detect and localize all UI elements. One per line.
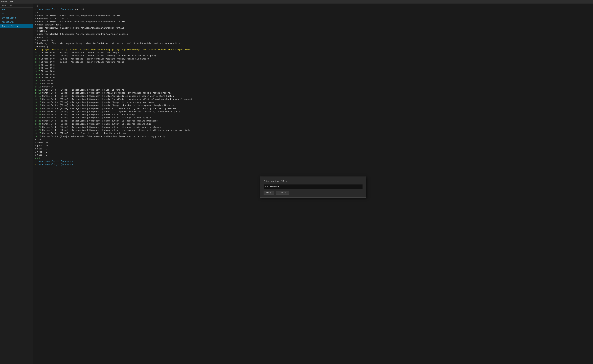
log-line: ok 1 Chrome 84.0 – [320 ms] – Acceptance… xyxy=(35,52,591,55)
sidebar-item-all[interactable]: ALL xyxy=(0,8,33,12)
log-line: ok 2 Chrome 84.0 – [124 ms] – Acceptance… xyxy=(35,54,591,58)
title-bar: ember test xyxy=(0,0,593,3)
sidebar-item-custom-filter[interactable]: Custom Filter xyxy=(0,24,33,28)
log-line: ok 27 Chrome 84.0 – [22 ms] – Unit | Mod… xyxy=(35,132,591,135)
log-line: ok 3 Chrome 84.0 – [60 ms] – Acceptance … xyxy=(35,58,591,61)
log-line: ok 17 Chrome 84.0 – [56 ms] – Integratio… xyxy=(35,101,591,104)
log-line: ok 26 Chrome 84.0 – [56 ms] – Integratio… xyxy=(35,129,591,132)
log-line: # skip 0 xyxy=(35,147,591,151)
log-line: ok 22 Chrome 84.0 – [61 ms] – Integratio… xyxy=(35,116,591,119)
sidebar-header: ember test xyxy=(0,3,33,8)
log-line: ok 14 Chrome 84.0 – [65 ms] – Integratio… xyxy=(35,91,591,95)
log-line: ok 20 Chrome 84.0 – [94 ms] – Integratio… xyxy=(35,110,591,113)
log-line: ok 13 Chrome 84.0 – [64 ms] – Integratio… xyxy=(35,89,591,92)
log-line: ok 23 Chrome 84.0 – [55 ms] – Integratio… xyxy=(35,119,591,123)
dialog-title: Enter custom filter xyxy=(264,180,362,182)
log-line: # fail 0 xyxy=(35,154,591,157)
log-line: ok 12 Chrome 84. xyxy=(35,85,591,89)
log-line: ok 24 Chrome 84.0 – [58 ms] – Integratio… xyxy=(35,123,591,126)
log-line: npm xyxy=(35,11,591,14)
log-line: ok 7 Chrome 84.0 xyxy=(35,70,591,73)
log-line: # todo 0 xyxy=(35,151,591,154)
log-line: → super-rentals git:(master) ✗ xyxy=(35,160,591,163)
log-line: > super-rentals@0.0.0 lint:hbs /Users/ra… xyxy=(35,20,591,24)
log-line: ok 15 Chrome 84.0 – [60 ms] – Integratio… xyxy=(35,95,591,98)
dialog-input-wrap xyxy=(264,184,362,188)
log-line: ok 19 Chrome 84.0 – [71 ms] – Integratio… xyxy=(35,107,591,110)
log-line: ok 25 Chrome 84.0 – [57 ms] – Integratio… xyxy=(35,126,591,129)
log-line: # ok xyxy=(35,157,591,160)
log-line: ok 21 Chrome 84.0 – [57 ms] – Integratio… xyxy=(35,113,591,117)
sidebar-item-acceptance[interactable]: Acceptance xyxy=(0,20,33,24)
log-line: ok 5 Chrome 84.0 xyxy=(35,64,591,67)
dialog-buttons: Okay Cancel xyxy=(264,191,362,195)
log-line: # pass 28 xyxy=(35,144,591,147)
log-line: Built project successfully. Stored in "/… xyxy=(35,48,591,52)
log-line: > super-rentals@0.0.0 test /Users/rajase… xyxy=(35,14,591,17)
log-line: → super-rentals git:(master) ✗ npm test xyxy=(35,8,591,11)
dialog-cancel-button[interactable]: Cancel xyxy=(276,191,289,195)
log-line: ok 16 Chrome 84.0 – [60 ms] – Integratio… xyxy=(35,98,591,101)
log-line: # tests 28 xyxy=(35,141,591,144)
sidebar: ember test ALLUnitIntegrationAcceptanceC… xyxy=(0,3,33,364)
log-line: ok 9 Chrome 84.0 xyxy=(35,76,591,79)
custom-filter-input[interactable] xyxy=(264,184,362,188)
sidebar-item-unit[interactable]: Unit xyxy=(0,12,33,16)
log-header: Log xyxy=(35,5,591,7)
log-line: ok 11 Chrome 84. xyxy=(35,82,591,85)
log-line: > npm-run-all lint:* test:* xyxy=(35,17,591,20)
log-line: Environment: test xyxy=(35,39,591,42)
log-line: ok 4 Chrome 84.0 – [62 ms] – Acceptance … xyxy=(35,61,591,64)
log-line: ' building... The 'this' keyword is equi… xyxy=(35,42,591,45)
log-line: ok 8 Chrome 84.0 xyxy=(35,73,591,76)
log-line: ok 10 Chrome 84. xyxy=(35,79,591,82)
log-line: 1..28 xyxy=(35,138,591,141)
dialog-okay-button[interactable]: Okay xyxy=(264,191,274,195)
log-line: > ember test xyxy=(35,36,591,39)
log-line: ok 18 Chrome 84.0 – [69 ms] – Integratio… xyxy=(35,104,591,107)
custom-filter-dialog: Enter custom filter Okay Cancel xyxy=(260,176,366,198)
log-line: > super-rentals@0.0.0 test:ember /Users/… xyxy=(35,33,591,36)
log-line: > eslint . xyxy=(35,30,591,33)
log-line: > ember-template-lint . xyxy=(35,24,591,27)
sidebar-item-integration[interactable]: Integration xyxy=(0,16,33,20)
log-line: cleaning up... xyxy=(35,45,591,48)
log-line: > super-rentals@0.0.0 lint:js /Users/raj… xyxy=(35,27,591,30)
log-line: → super-rentals git:(master) ✗ xyxy=(35,163,591,166)
log-line: ok 6 Chrome 84.0 xyxy=(35,67,591,70)
log-line: ok 28 Chrome 84.0 – [0 ms] – ember-qunit… xyxy=(35,135,591,138)
title-bar-label: ember test xyxy=(1,0,13,3)
